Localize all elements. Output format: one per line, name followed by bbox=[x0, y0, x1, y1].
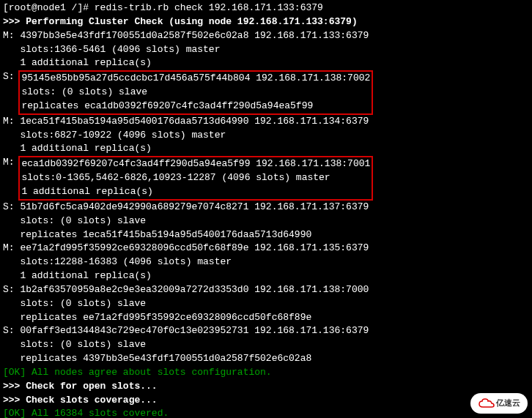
node-id-line: M: 1eca51f415ba5194a95d5400176daa5713d64… bbox=[3, 115, 529, 129]
node-slots-line: slots:1366-5461 (4096 slots) master bbox=[3, 43, 529, 57]
node-slots-line: slots: (0 slots) slave bbox=[3, 297, 529, 311]
node-id-line: 95145e85bb95a27d5ccdcbc17d456a575f44b804… bbox=[21, 72, 370, 86]
check-slots-coverage: >>> Check slots coverage... bbox=[3, 394, 529, 408]
node-extra-line: replicates 1eca51f415ba5194a95d5400176da… bbox=[3, 228, 529, 242]
slots-agree-ok: [OK] All nodes agree about slots configu… bbox=[3, 366, 529, 380]
node-id-line: S: 1b2af63570959a8e2c9e3ea32009a7272d335… bbox=[3, 283, 529, 297]
highlighted-node-box: 95145e85bb95a27d5ccdcbc17d456a575f44b804… bbox=[18, 70, 373, 115]
shell-prompt-command: [root@node1 /]# redis-trib.rb check 192.… bbox=[3, 1, 529, 15]
cluster-check-header: >>> Performing Cluster Check (using node… bbox=[3, 15, 529, 29]
node-extra-line: 1 additional replica(s) bbox=[3, 56, 529, 70]
terminal-output: [root@node1 /]# redis-trib.rb check 192.… bbox=[3, 1, 529, 418]
node-id-line: eca1db0392f69207c4fc3ad4ff290d5a94ea5f99… bbox=[21, 157, 370, 171]
highlighted-node-box: eca1db0392f69207c4fc3ad4ff290d5a94ea5f99… bbox=[18, 156, 373, 201]
node-extra-line: replicates ee71a2fd995f35992ce69328096cc… bbox=[3, 311, 529, 325]
node-extra-line: replicates eca1db0392f69207c4fc3ad4ff290… bbox=[21, 100, 370, 113]
node-slots-line: slots:0-1365,5462-6826,10923-12287 (4096… bbox=[21, 171, 370, 185]
node-extra-line: 1 additional replica(s) bbox=[3, 269, 529, 283]
node-extra-line: 1 additional replica(s) bbox=[21, 185, 370, 199]
node-id-line: S: 51b7d6fc5ca9402de942990a689279e7074c8… bbox=[3, 201, 529, 214]
watermark-badge: 亿速云 bbox=[470, 393, 528, 414]
cluster-node-list: M: 4397bb3e5e43fdf1700551d0a2587f502e6c0… bbox=[3, 29, 529, 366]
node-slots-line: slots:12288-16383 (4096 slots) master bbox=[3, 255, 529, 269]
node-slots-line: slots: (0 slots) slave bbox=[3, 338, 529, 352]
node-extra-line: replicates 4397bb3e5e43fdf1700551d0a2587… bbox=[3, 352, 529, 366]
node-id-line: M: ee71a2fd995f35992ce69328096ccd50fc68f… bbox=[3, 242, 529, 255]
watermark-text: 亿速云 bbox=[496, 398, 520, 409]
node-extra-line: 1 additional replica(s) bbox=[3, 142, 529, 156]
slots-covered-ok: [OK] All 16384 slots covered. bbox=[3, 407, 529, 418]
node-id-line: M: 4397bb3e5e43fdf1700551d0a2587f502e6c0… bbox=[3, 29, 529, 43]
node-slots-line: slots: (0 slots) slave bbox=[3, 214, 529, 228]
node-id-line: S: 00faff3ed1344843c729ec470f0c13e023952… bbox=[3, 324, 529, 338]
node-slots-line: slots: (0 slots) slave bbox=[21, 86, 370, 100]
cloud-icon bbox=[479, 398, 495, 408]
check-open-slots: >>> Check for open slots... bbox=[3, 380, 529, 394]
node-slots-line: slots:6827-10922 (4096 slots) master bbox=[3, 129, 529, 143]
